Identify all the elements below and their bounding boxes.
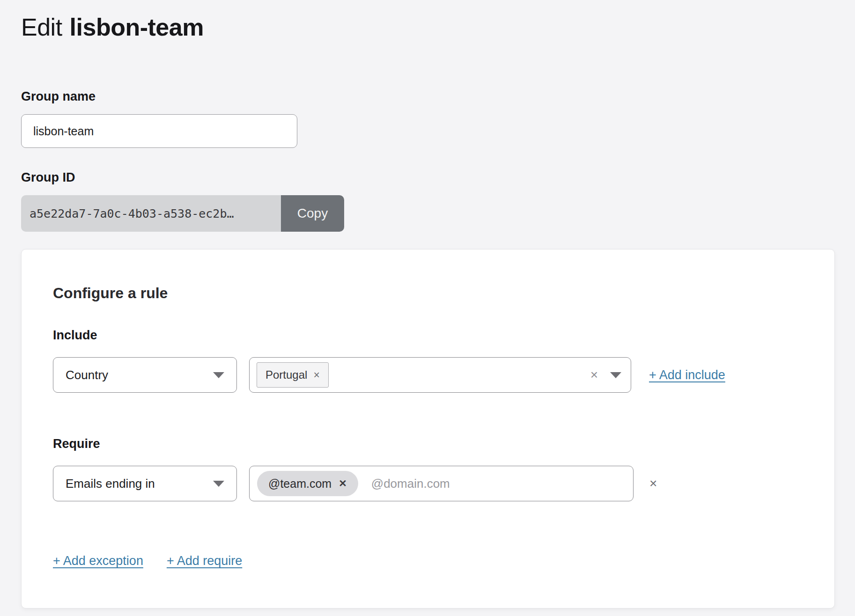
include-values-multiselect[interactable]: Portugal × ×: [249, 357, 631, 393]
group-name-label: Group name: [21, 89, 834, 104]
chevron-down-icon: [213, 372, 224, 378]
include-attribute-select[interactable]: Country: [53, 357, 237, 393]
remove-tag-icon[interactable]: ✕: [339, 478, 347, 489]
add-require-link[interactable]: + Add require: [167, 554, 242, 568]
rule-footer-links: + Add exception + Add require: [53, 554, 803, 568]
require-attribute-value: Emails ending in: [66, 477, 155, 491]
require-domain-input[interactable]: [371, 477, 626, 491]
require-attribute-select[interactable]: Emails ending in: [53, 466, 237, 501]
remove-tag-icon[interactable]: ×: [313, 369, 319, 381]
group-name-input[interactable]: [21, 114, 297, 148]
group-id-label: Group ID: [21, 170, 834, 185]
add-include-link[interactable]: + Add include: [649, 368, 725, 382]
rule-card: Configure a rule Include Country Portuga…: [21, 249, 835, 609]
include-tag: Portugal ×: [257, 362, 329, 388]
rule-card-title: Configure a rule: [53, 284, 803, 302]
include-attribute-value: Country: [66, 368, 108, 382]
remove-require-row-icon[interactable]: ×: [649, 477, 657, 490]
page-title: Editlisbon-team: [21, 0, 834, 41]
group-id-row: a5e22da7-7a0c-4b03-a538-ec2b… Copy: [21, 195, 344, 232]
include-tag-label: Portugal: [265, 368, 307, 381]
add-exception-link[interactable]: + Add exception: [53, 554, 143, 568]
clear-all-icon[interactable]: ×: [590, 368, 598, 381]
copy-button[interactable]: Copy: [281, 195, 344, 232]
require-label: Require: [53, 437, 803, 451]
require-tag: @team.com ✕: [257, 471, 358, 496]
page-title-prefix: Edit: [21, 14, 62, 41]
include-row: Country Portugal × × + Add include: [53, 357, 803, 393]
group-id-value: a5e22da7-7a0c-4b03-a538-ec2b…: [21, 195, 281, 232]
chevron-down-icon[interactable]: [610, 372, 621, 378]
require-tag-label: @team.com: [268, 477, 332, 491]
edit-group-page: Editlisbon-team Group name Group ID a5e2…: [0, 0, 855, 609]
page-title-group-name: lisbon-team: [70, 14, 204, 41]
require-row: Emails ending in @team.com ✕ ×: [53, 466, 803, 501]
include-label: Include: [53, 328, 803, 342]
chevron-down-icon: [213, 481, 224, 487]
require-values-input[interactable]: @team.com ✕: [249, 466, 634, 501]
